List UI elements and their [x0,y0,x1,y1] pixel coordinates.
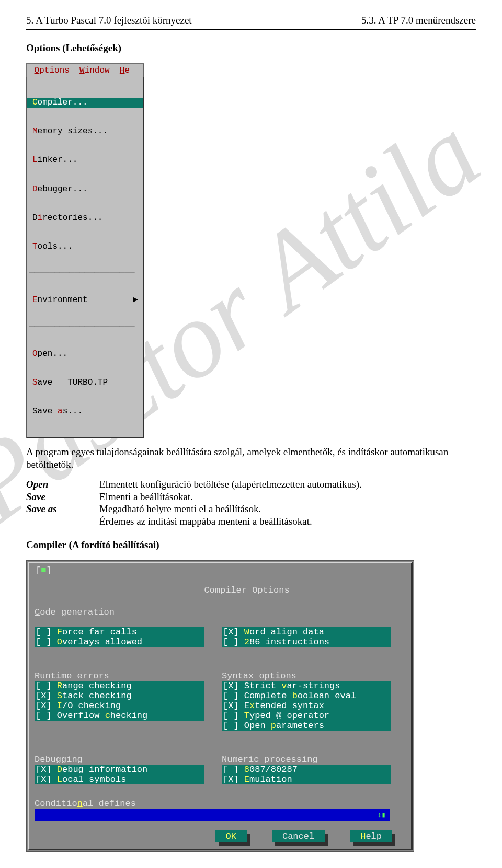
opt-emulation[interactable]: [X] Emulation [222,774,391,784]
group-conditional: Conditional defines ↕▮ [35,798,406,821]
compiler-heading: Compiler (A fordító beállításai) [26,539,476,551]
options-menu-screenshot: Options Window He Compiler... Memory siz… [26,63,144,438]
opt-local-symbols[interactable]: [X] Local symbols [35,774,204,784]
group-runtime: Runtime errors [35,671,146,681]
menu-item-save[interactable]: Save TURBO.TP [27,378,143,388]
menu-item-compiler[interactable]: Compiler... [27,98,143,108]
group-code-generation: Code generation [35,607,406,617]
opt-debug-info[interactable]: [X] Debug information [35,765,204,774]
group-numeric: Numeric processing [222,755,345,765]
cancel-button[interactable]: Cancel [272,830,325,842]
after-dialog-intro: Az alapbeállítások megtartása mellett vá… [26,865,476,868]
options-heading: Options (Lehetőségek) [26,42,476,54]
menu-item-memory[interactable]: Memory sizes... [27,126,143,136]
menu-item-directories[interactable]: Directories... [27,213,143,223]
ok-button[interactable]: OK [215,830,247,842]
opt-overlays[interactable]: [ ] Overlays allowed [35,637,204,647]
conditional-defines-input[interactable]: ↕▮ [35,809,390,821]
input-cursor-icon: ↕▮ [377,810,386,820]
dialog-title: Compiler Options [204,585,289,595]
menu-options[interactable]: Options [35,66,70,75]
def-save: Save Elmenti a beállításokat. [26,491,476,503]
def-open: Open Elmentett konfiguráció betöltése (a… [26,478,476,491]
menu-window[interactable]: Window [79,66,110,75]
opt-typed[interactable]: [ ] Typed @ operator [222,711,391,721]
dialog-title-bar: [■] Compiler Options [35,565,406,605]
group-debugging: Debugging [35,755,146,765]
menu-bar: Options Window He [26,63,144,77]
opt-force-far[interactable]: [_] Force far calls [35,627,204,637]
page-header: 5. A Turbo Pascal 7.0 fejlesztői környez… [26,15,476,26]
submenu-arrow-icon: ► [133,295,138,305]
opt-286[interactable]: [ ] 286 instructions [222,637,391,647]
menu-item-tools[interactable]: Tools... [27,242,143,252]
opt-word-align[interactable]: [X] Word align data [222,627,391,637]
menu-help[interactable]: He [120,66,130,75]
menu-separator-1: ───────────────────── [27,271,143,276]
menu-item-open[interactable]: Open... [27,349,143,359]
help-button[interactable]: Help [350,830,392,842]
compiler-options-dialog: [■] Compiler Options Code generation [_]… [26,560,414,852]
opt-stack[interactable]: [X] Stack checking [35,691,204,701]
menu-item-environment[interactable]: Environment► [27,295,143,305]
opt-8087[interactable]: [ ] 8087/80287 [222,765,391,774]
header-right: 5.3. A TP 7.0 menürendszere [361,15,476,26]
opt-complete[interactable]: [ ] Complete boolean eval [222,691,391,701]
group-syntax: Syntax options [222,671,345,681]
dialog-close-icon[interactable]: [■] [36,565,52,575]
options-paragraph: A program egyes tulajdonságainak beállít… [26,446,476,471]
opt-overflow[interactable]: [ ] Overflow checking [35,711,204,721]
menu-separator-2: ───────────────────── [27,325,143,330]
menu-item-debugger[interactable]: Debugger... [27,184,143,194]
opt-range[interactable]: [ ] Range checking [35,681,204,691]
opt-strict[interactable]: [X] Strict var-strings [222,681,391,691]
def-save-as: Save as Megadható helyre menti el a beál… [26,503,476,528]
menu-item-linker[interactable]: Linker... [27,155,143,165]
options-dropdown: Compiler... Memory sizes... Linker... De… [26,77,144,438]
opt-extended[interactable]: [X] Extended syntax [222,701,391,711]
opt-io[interactable]: [X] I/O checking [35,701,204,711]
header-left: 5. A Turbo Pascal 7.0 fejlesztői környez… [26,15,192,26]
menu-item-save-as[interactable]: Save as... [27,407,143,416]
opt-open-params[interactable]: [ ] Open parameters [222,721,391,731]
header-rule [26,29,476,30]
